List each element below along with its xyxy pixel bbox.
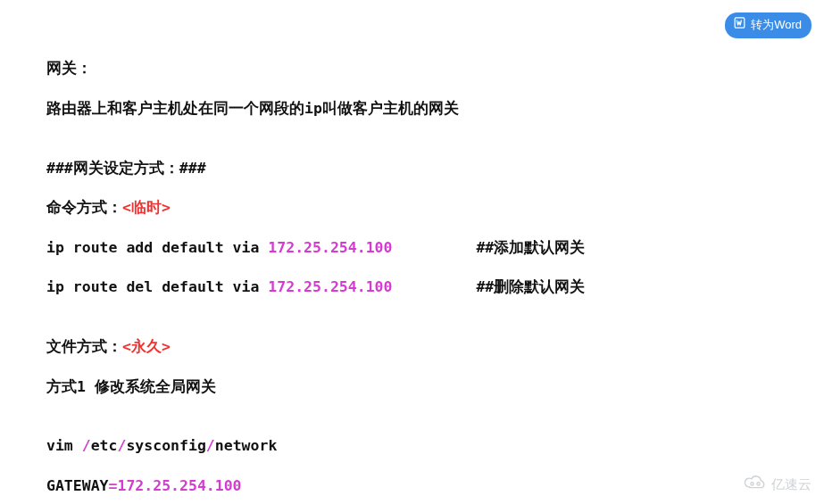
comment: ##删除默认网关 bbox=[476, 278, 585, 295]
sep: / bbox=[206, 437, 215, 454]
word-icon bbox=[733, 16, 746, 34]
text-line: ###网关设定方式：### bbox=[46, 159, 778, 178]
cmd: ip route add default via bbox=[46, 239, 268, 256]
text-line: 命令方式：<临时> bbox=[46, 198, 778, 218]
cmd: ip route del default via bbox=[46, 278, 268, 295]
path: network bbox=[215, 437, 278, 454]
text-line: 文件方式：<永久> bbox=[46, 337, 778, 357]
text-permanent: <永久> bbox=[122, 338, 171, 355]
convert-to-word-label: 转为Word bbox=[751, 17, 802, 33]
ip-address: 172.25.254.100 bbox=[268, 239, 392, 256]
cloud-icon bbox=[743, 475, 768, 495]
ip-address: 172.25.254.100 bbox=[268, 278, 392, 295]
watermark-text: 亿速云 bbox=[771, 475, 812, 493]
convert-to-word-button[interactable]: 转为Word bbox=[725, 12, 812, 38]
key: GATEWAY bbox=[46, 477, 109, 494]
text-line: ip route add default via 172.25.254.100#… bbox=[46, 238, 778, 258]
eq: = bbox=[109, 477, 118, 494]
text-line: vim /etc/sysconfig/network bbox=[46, 436, 778, 456]
ip-address: 172.25.254.100 bbox=[117, 477, 241, 494]
svg-point-1 bbox=[751, 483, 753, 485]
text-line: ip route del default via 172.25.254.100#… bbox=[46, 277, 778, 297]
text: 文件方式： bbox=[46, 338, 122, 355]
sep: / bbox=[82, 437, 91, 454]
watermark: 亿速云 bbox=[743, 475, 812, 495]
document-content: 网关： 路由器上和客户主机处在同一个网段的ip叫做客户主机的网关 ###网关设定… bbox=[7, 5, 817, 504]
text-line: GATEWAY=172.25.254.100 bbox=[46, 476, 778, 496]
cmd: vim bbox=[46, 437, 82, 454]
text-line: 网关： bbox=[46, 59, 778, 78]
text-temporary: <临时> bbox=[122, 199, 171, 216]
svg-point-2 bbox=[757, 483, 760, 485]
text-line: 方式1 修改系统全局网关 bbox=[46, 377, 778, 397]
text-line: 路由器上和客户主机处在同一个网段的ip叫做客户主机的网关 bbox=[46, 99, 778, 119]
text: 命令方式： bbox=[46, 199, 122, 216]
path: sysconfig bbox=[126, 437, 205, 454]
comment: ##添加默认网关 bbox=[476, 239, 585, 256]
sep: / bbox=[118, 437, 127, 454]
path: etc bbox=[91, 437, 118, 454]
